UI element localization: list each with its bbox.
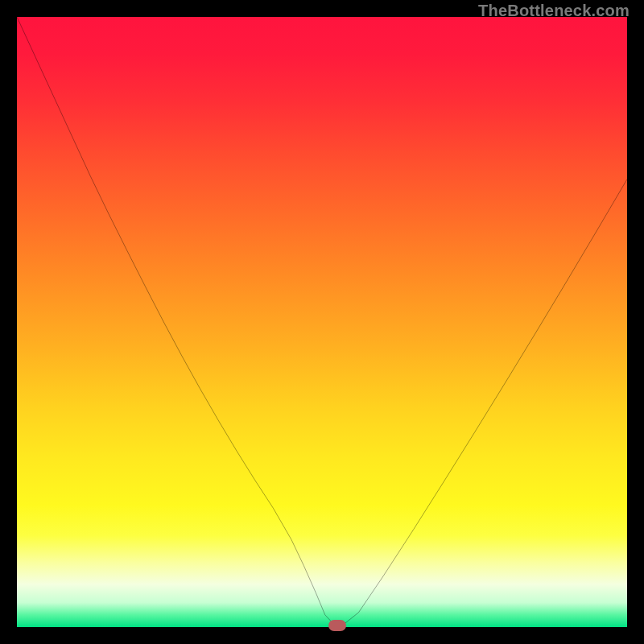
optimal-point-marker xyxy=(328,620,346,631)
chart-frame: TheBottleneck.com xyxy=(0,0,644,644)
bottleneck-curve xyxy=(17,17,627,627)
plot-area xyxy=(17,17,627,627)
